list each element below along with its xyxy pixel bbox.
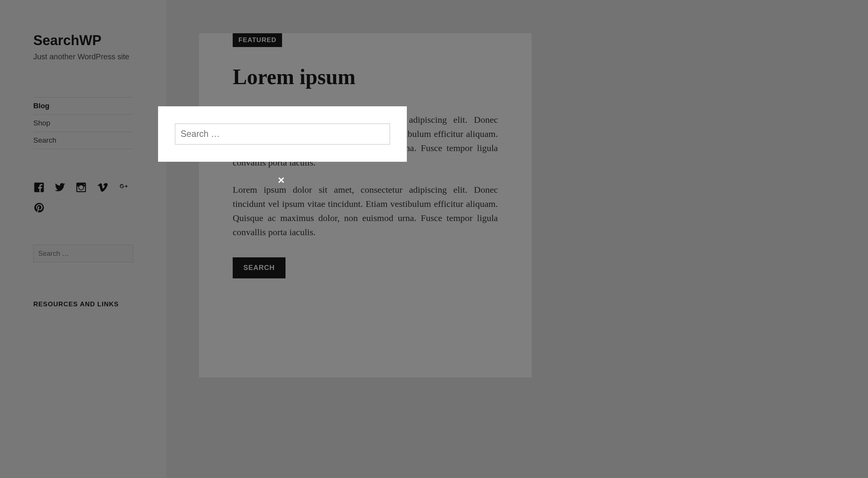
modal-overlay[interactable] xyxy=(0,0,868,478)
modal-search-input[interactable] xyxy=(175,124,390,145)
search-modal xyxy=(158,106,407,162)
close-icon[interactable]: × xyxy=(278,174,285,186)
